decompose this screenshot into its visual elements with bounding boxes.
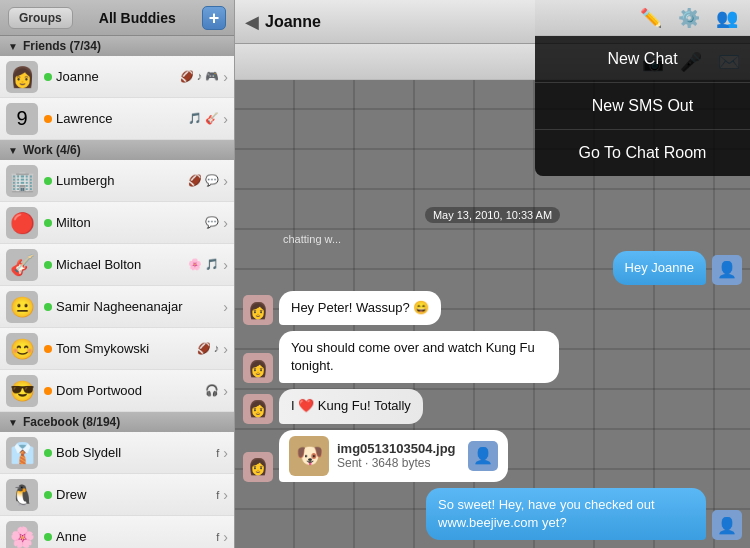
- my-avatar: 👤: [712, 510, 742, 540]
- buddy-item-joanne[interactable]: 👩 Joanne 🏈 ♪ 🎮 ›: [0, 56, 234, 98]
- group-header-work[interactable]: ▼ Work (4/6): [0, 140, 234, 160]
- buddy-item-drew[interactable]: 🐧 Drew f ›: [0, 474, 234, 516]
- chevron-icon-michael-bolton: ›: [223, 257, 228, 273]
- settings-icon[interactable]: ⚙️: [678, 7, 700, 29]
- status-dot-dom: [44, 387, 52, 395]
- msg-row-m4: 👩 I ❤️ Kung Fu! Totally: [243, 389, 742, 423]
- status-dot-samir: [44, 303, 52, 311]
- sidebar-header: Groups All Buddies +: [0, 0, 234, 36]
- back-icon[interactable]: ◀: [245, 11, 259, 33]
- status-dot-milton: [44, 219, 52, 227]
- buddy-item-tom[interactable]: 😊 Tom Smykowski 🏈 ♪ ›: [0, 328, 234, 370]
- buddy-name-milton: Milton: [56, 215, 203, 230]
- msg-row-m3: 👩 You should come over and watch Kung Fu…: [243, 331, 742, 383]
- buddy-item-lumbergh[interactable]: 🏢 Lumbergh 🏈 💬 ›: [0, 160, 234, 202]
- chevron-icon-anne: ›: [223, 529, 228, 545]
- buddy-avatar-anne: 🌸: [6, 521, 38, 549]
- date-label: May 13, 2010, 10:33 AM: [425, 207, 560, 223]
- buddy-icons-bob: f: [216, 447, 219, 459]
- chevron-icon-samir: ›: [223, 299, 228, 315]
- dropdown-item-goto-room[interactable]: Go To Chat Room: [535, 130, 750, 176]
- my-avatar: 👤: [712, 255, 742, 285]
- buddy-icons-milton: 💬: [205, 216, 219, 229]
- msg-row-m6: 👤 So sweet! Hey, have you checked out ww…: [243, 488, 742, 540]
- dropdown-item-new-sms[interactable]: New SMS Out: [535, 83, 750, 130]
- triangle-icon: ▼: [8, 417, 18, 428]
- them-avatar-img: 👩: [243, 452, 273, 482]
- buddy-item-anne[interactable]: 🌸 Anne f ›: [0, 516, 234, 548]
- img-filesize: Sent · 3648 bytes: [337, 456, 456, 470]
- buddy-item-lawrence[interactable]: 9 Lawrence 🎵 🎸 ›: [0, 98, 234, 140]
- chevron-icon-lawrence: ›: [223, 111, 228, 127]
- buddy-name-drew: Drew: [56, 487, 214, 502]
- status-dot-joanne: [44, 73, 52, 81]
- buddy-item-samir[interactable]: 😐 Samir Nagheenanajar ›: [0, 286, 234, 328]
- img-bubble-m5: 🐶 img0513103504.jpg Sent · 3648 bytes 👤: [279, 430, 508, 482]
- chevron-icon-bob: ›: [223, 445, 228, 461]
- them-avatar: 👩: [243, 295, 273, 325]
- img-thumb: 🐶: [289, 436, 329, 476]
- status-dot-anne: [44, 533, 52, 541]
- msg-row-m2: 👩 Hey Peter! Wassup? 😄: [243, 291, 742, 325]
- buddy-icons-anne: f: [216, 531, 219, 543]
- buddy-name-dom: Dom Portwood: [56, 383, 203, 398]
- group-header-friends[interactable]: ▼ Friends (7/34): [0, 36, 234, 56]
- buddy-name-michael-bolton: Michael Bolton: [56, 257, 186, 272]
- buddy-icons-lumbergh: 🏈 💬: [188, 174, 219, 187]
- sender-avatar-img: 👤: [468, 441, 498, 471]
- group-header-facebook[interactable]: ▼ Facebook (8/194): [0, 412, 234, 432]
- buddy-list: ▼ Friends (7/34) 👩 Joanne 🏈 ♪ 🎮 › 9 Lawr…: [0, 36, 234, 548]
- bubble-m4: I ❤️ Kung Fu! Totally: [279, 389, 423, 423]
- msg-row-m1: 👤 Hey Joanne: [243, 251, 742, 285]
- chevron-icon-joanne: ›: [223, 69, 228, 85]
- chevron-icon-milton: ›: [223, 215, 228, 231]
- buddy-name-samir: Samir Nagheenanajar: [56, 299, 217, 314]
- status-dot-bob: [44, 449, 52, 457]
- status-dot-michael-bolton: [44, 261, 52, 269]
- bubble-m6: So sweet! Hey, have you checked out www.…: [426, 488, 706, 540]
- buddy-name-tom: Tom Smykowski: [56, 341, 195, 356]
- buddy-icons-tom: 🏈 ♪: [197, 342, 220, 355]
- status-dot-drew: [44, 491, 52, 499]
- main-chat-area: ◀ Joanne 🔆 ▼ 📷 🎤 ✉️ May 13, 2010, 10:33 …: [235, 0, 750, 548]
- bubble-m1: Hey Joanne: [613, 251, 706, 285]
- img-filename: img0513103504.jpg: [337, 441, 456, 456]
- buddy-avatar-milton: 🔴: [6, 207, 38, 239]
- buddy-name-lawrence: Lawrence: [56, 111, 186, 126]
- buddy-icons-drew: f: [216, 489, 219, 501]
- buddy-avatar-tom: 😊: [6, 333, 38, 365]
- triangle-icon: ▼: [8, 41, 18, 52]
- bubble-m2: Hey Peter! Wassup? 😄: [279, 291, 441, 325]
- top-icons-bar: ✏️ ⚙️ 👥: [535, 0, 750, 36]
- status-dot-lawrence: [44, 115, 52, 123]
- bubble-m3: You should come over and watch Kung Fu t…: [279, 331, 559, 383]
- buddy-avatar-michael-bolton: 🎸: [6, 249, 38, 281]
- chatting-label: chatting w...: [283, 233, 341, 245]
- buddy-name-anne: Anne: [56, 529, 214, 544]
- msg-row-m5: 👩 🐶 img0513103504.jpg Sent · 3648 bytes …: [243, 430, 742, 482]
- sidebar: Groups All Buddies + ▼ Friends (7/34) 👩 …: [0, 0, 235, 548]
- buddy-avatar-drew: 🐧: [6, 479, 38, 511]
- chevron-icon-lumbergh: ›: [223, 173, 228, 189]
- buddy-avatar-samir: 😐: [6, 291, 38, 323]
- dropdown-menu: ✏️ ⚙️ 👥 New ChatNew SMS OutGo To Chat Ro…: [535, 0, 750, 176]
- buddy-item-michael-bolton[interactable]: 🎸 Michael Bolton 🌸 🎵 ›: [0, 244, 234, 286]
- buddy-item-dom[interactable]: 😎 Dom Portwood 🎧 ›: [0, 370, 234, 412]
- buddies-icon[interactable]: 👥: [716, 7, 738, 29]
- buddy-avatar-bob: 👔: [6, 437, 38, 469]
- compose-icon[interactable]: ✏️: [640, 7, 662, 29]
- add-buddy-button[interactable]: +: [202, 6, 226, 30]
- buddy-avatar-joanne: 👩: [6, 61, 38, 93]
- buddy-icons-michael-bolton: 🌸 🎵: [188, 258, 219, 271]
- buddy-item-milton[interactable]: 🔴 Milton 💬 ›: [0, 202, 234, 244]
- triangle-icon: ▼: [8, 145, 18, 156]
- groups-button[interactable]: Groups: [8, 7, 73, 29]
- all-buddies-label: All Buddies: [73, 10, 202, 26]
- chevron-icon-tom: ›: [223, 341, 228, 357]
- buddy-item-bob[interactable]: 👔 Bob Slydell f ›: [0, 432, 234, 474]
- buddy-name-bob: Bob Slydell: [56, 445, 214, 460]
- buddy-icons-joanne: 🏈 ♪ 🎮: [180, 70, 220, 83]
- chevron-icon-drew: ›: [223, 487, 228, 503]
- dropdown-item-new-chat[interactable]: New Chat: [535, 36, 750, 83]
- status-dot-tom: [44, 345, 52, 353]
